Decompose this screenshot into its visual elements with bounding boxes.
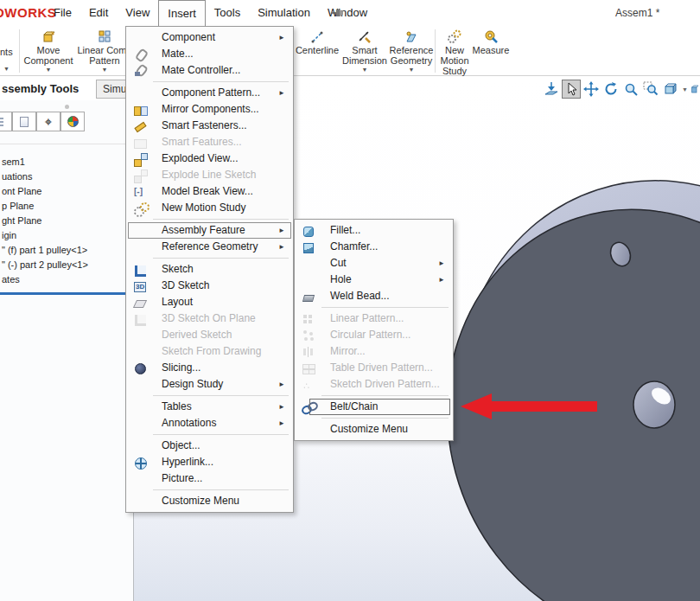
menu-item-layout[interactable]: Layout — [127, 294, 292, 310]
menu-item-model-break-view[interactable]: Model Break View... — [127, 183, 292, 200]
menu-item-component-pattern[interactable]: Component Pattern...► — [127, 85, 292, 101]
tab-display-manager[interactable] — [60, 112, 85, 131]
menu-item-exploded-view[interactable]: Exploded View... — [127, 150, 292, 167]
submenu-arrow-icon: ► — [278, 222, 285, 239]
new-motion-study-icon — [133, 201, 147, 215]
select-tool-icon[interactable] — [562, 80, 581, 99]
menu-tools[interactable]: Tools — [206, 0, 249, 26]
menu-simulation[interactable]: Simulation — [249, 0, 319, 26]
smart-features-icon — [133, 136, 147, 150]
menu-item-customize-menu[interactable]: Customize Menu — [296, 421, 452, 438]
button-label: Geometry — [385, 55, 437, 66]
menu-item-label: Design Study — [162, 376, 223, 393]
feature-tree: sem1uationsont Planep Planeght Planeigin… — [0, 155, 134, 287]
panel-splitter-handle[interactable] — [65, 105, 69, 109]
menu-item-belt-chain[interactable]: Belt/Chain — [296, 399, 452, 415]
pin-menubar-icon[interactable] — [331, 7, 345, 22]
zoom-to-area-icon[interactable] — [641, 80, 660, 99]
menu-item-chamfer[interactable]: Chamfer... — [296, 239, 452, 255]
menu-item-assembly-feature[interactable]: Assembly Feature► — [127, 222, 292, 239]
menu-item-label: Component Pattern... — [162, 85, 260, 101]
rollback-bar[interactable] — [0, 292, 134, 295]
zoom-icon[interactable] — [621, 80, 640, 99]
menu-item-reference-geometry[interactable]: Reference Geometry► — [127, 239, 292, 255]
button-label: Component — [22, 55, 75, 66]
menu-separator — [127, 393, 292, 399]
menu-item-design-study[interactable]: Design Study► — [127, 376, 292, 393]
display-style-icon[interactable] — [690, 80, 700, 99]
reference-geometry-button[interactable]: Reference Geometry ▼ — [385, 26, 437, 74]
submenu-arrow-icon: ► — [438, 255, 445, 272]
rotate-view-icon[interactable] — [601, 80, 620, 99]
tree-item-p-plane[interactable]: p Plane — [0, 199, 134, 214]
menu-edit[interactable]: Edit — [80, 0, 117, 26]
menu-separator — [296, 304, 452, 310]
submenu-arrow-icon: ► — [278, 239, 285, 255]
view-orientation-icon[interactable] — [661, 80, 680, 99]
tab-assembly-tools[interactable]: ssembly Tools — [2, 82, 79, 95]
tree-item-igin[interactable]: igin — [0, 228, 134, 243]
menu-item-label: Derived Sketch — [162, 327, 232, 343]
menu-item-linear-pattern: Linear Pattern... — [296, 310, 452, 327]
menu-item-fillet[interactable]: Fillet... — [296, 222, 452, 239]
tree-item-ght-plane[interactable]: ght Plane — [0, 214, 134, 228]
menu-item-new-motion-study[interactable]: New Motion Study — [127, 200, 292, 216]
menu-item-slicing[interactable]: Slicing... — [127, 360, 292, 376]
menu-item-smart-fasteners[interactable]: Smart Fasteners... — [127, 118, 292, 134]
menu-item-sketch[interactable]: Sketch — [127, 261, 292, 278]
tree-item-uations[interactable]: uations — [0, 169, 134, 184]
chevron-down-icon[interactable]: ▼ — [682, 86, 688, 93]
tree-item-ates[interactable]: ates — [0, 272, 134, 287]
menu-item-hole[interactable]: Hole► — [296, 272, 452, 288]
submenu-arrow-icon: ► — [438, 272, 445, 288]
menu-window[interactable]: Window — [319, 0, 376, 26]
menu-item-weld-bead[interactable]: Weld Bead... — [296, 288, 452, 304]
chevron-down-icon[interactable]: ▼ — [22, 66, 75, 74]
explode-line-sketch-icon — [133, 169, 147, 182]
button-label: Dimension — [340, 55, 390, 66]
button-label: Measure — [468, 45, 513, 55]
tree-item-part-2-pulley-1[interactable]: " (-) part 2 pulley<1> — [0, 258, 134, 272]
menu-item-annotations[interactable]: Annotations► — [127, 415, 292, 432]
menu-item-customize-menu[interactable]: Customize Menu — [127, 493, 292, 509]
menu-item-label: Smart Features... — [162, 134, 242, 150]
menu-item-label: Hole — [330, 272, 352, 288]
menu-insert[interactable]: Insert — [158, 0, 206, 26]
tree-item-sem1[interactable]: sem1 — [0, 155, 134, 169]
menu-item-mate-controller[interactable]: Mate Controller... — [127, 62, 292, 79]
measure-button[interactable]: Measure — [468, 26, 513, 55]
linear-component-pattern-button[interactable]: Linear Comp Pattern ▼ — [77, 26, 132, 74]
menu-item-mirror-components[interactable]: Mirror Components... — [127, 101, 292, 118]
chevron-down-icon[interactable]: ▼ — [385, 66, 437, 74]
tree-item-ont-plane[interactable]: ont Plane — [0, 184, 134, 199]
paperclip-icon — [133, 48, 147, 61]
chevron-down-icon[interactable]: ▼ — [77, 66, 132, 74]
menu-item-label: Mate Controller... — [162, 62, 240, 79]
move-component-button[interactable]: Move Component ▼ — [22, 26, 75, 74]
menu-item-label: New Motion Study — [162, 200, 245, 216]
menu-item-object[interactable]: Object... — [127, 438, 292, 454]
menu-item-3d-sketch-on-plane: 3D Sketch On Plane — [127, 310, 292, 327]
menu-view[interactable]: View — [117, 0, 158, 26]
chevron-down-icon[interactable]: ▼ — [340, 66, 390, 74]
menu-item-label: Weld Bead... — [330, 288, 389, 304]
menu-item-mate[interactable]: Mate... — [127, 46, 292, 62]
smart-dimension-button[interactable]: Smart Dimension ▼ — [340, 26, 390, 74]
menu-item-cut[interactable]: Cut► — [296, 255, 452, 272]
tab-feature-tree[interactable] — [0, 112, 12, 131]
menu-item-tables[interactable]: Tables► — [127, 399, 292, 415]
menu-item-component[interactable]: Component► — [127, 29, 292, 46]
normal-to-icon[interactable] — [542, 80, 561, 99]
menu-separator — [127, 255, 292, 261]
menu-item-3d-sketch[interactable]: 3D Sketch — [127, 278, 292, 294]
centerline-button[interactable]: Centerline — [294, 26, 340, 55]
menu-item-picture[interactable]: Picture... — [127, 470, 292, 487]
menu-item-hyperlink[interactable]: Hyperlink... — [127, 454, 292, 470]
tab-property-manager[interactable] — [12, 112, 36, 131]
menu-file[interactable]: File — [45, 0, 80, 26]
pan-icon[interactable] — [582, 80, 601, 99]
tab-configuration-manager[interactable]: ⌖ — [36, 112, 60, 131]
menu-item-explode-line-sketch: Explode Line Sketch — [127, 167, 292, 183]
new-motion-study-button[interactable]: New Motion Study — [437, 26, 472, 76]
tree-item-f-part-1-pulley-1[interactable]: " (f) part 1 pulley<1> — [0, 243, 134, 258]
